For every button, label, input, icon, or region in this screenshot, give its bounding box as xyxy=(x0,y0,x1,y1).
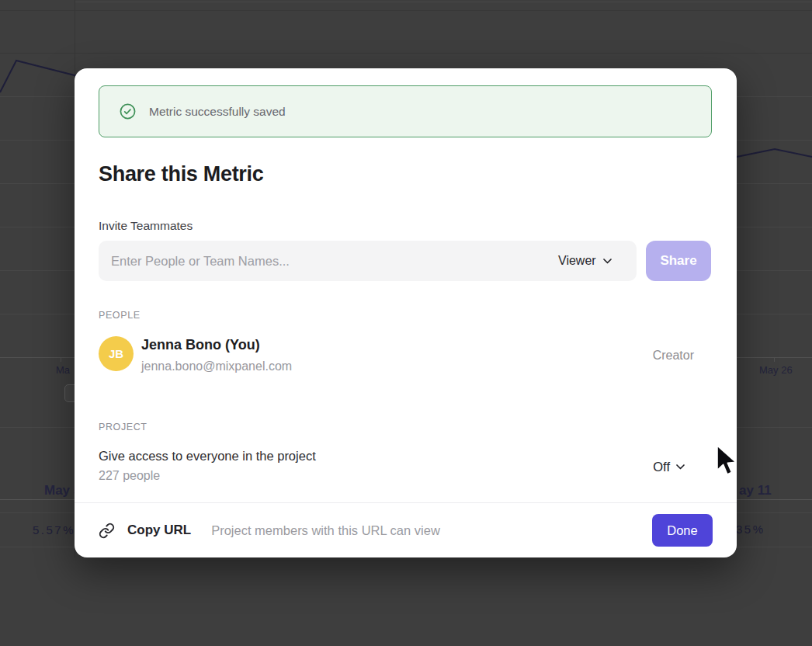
copy-url-helper-text: Project members with this URL can view xyxy=(211,523,440,538)
project-access-title: Give access to everyone in the project xyxy=(99,449,316,464)
modal-footer: Copy URL Project members with this URL c… xyxy=(99,503,713,557)
role-dropdown-value: Viewer xyxy=(558,254,596,268)
invite-teammates-label: Invite Teammates xyxy=(99,219,193,233)
project-access-subtitle: 227 people xyxy=(99,469,160,483)
person-email: jenna.bono@mixpanel.com xyxy=(141,359,292,373)
table-header-right: ay 11 xyxy=(739,483,772,498)
share-button[interactable]: Share xyxy=(646,241,711,281)
table-value-left: 5.57% xyxy=(33,523,75,537)
x-axis-label-right: May 26 xyxy=(759,364,793,376)
copy-url-button[interactable]: Copy URL xyxy=(99,523,191,539)
modal-title: Share this Metric xyxy=(99,162,263,186)
people-section-label: PEOPLE xyxy=(99,310,141,321)
chevron-down-icon xyxy=(676,464,685,470)
role-dropdown[interactable]: Viewer xyxy=(550,241,619,281)
project-access-dropdown[interactable]: Off xyxy=(650,457,688,478)
x-axis-label-left: Ma xyxy=(56,364,75,376)
success-banner: Metric successfully saved xyxy=(99,85,712,137)
banner-message: Metric successfully saved xyxy=(149,105,286,119)
person-role: Creator xyxy=(653,349,694,363)
chevron-down-icon xyxy=(603,259,612,264)
check-circle-icon xyxy=(120,103,136,120)
project-access-dropdown-value: Off xyxy=(653,460,670,474)
avatar: JB xyxy=(99,336,134,371)
table-value-right: 35% xyxy=(736,523,765,536)
link-icon xyxy=(99,523,115,539)
done-button[interactable]: Done xyxy=(652,514,713,547)
share-metric-modal: Metric successfully saved Share this Met… xyxy=(75,68,737,557)
project-section-label: PROJECT xyxy=(99,422,147,432)
copy-url-label: Copy URL xyxy=(127,523,191,538)
person-name: Jenna Bono (You) xyxy=(141,337,260,353)
cursor-icon xyxy=(716,444,737,480)
table-header-left: May 5 xyxy=(44,483,75,498)
